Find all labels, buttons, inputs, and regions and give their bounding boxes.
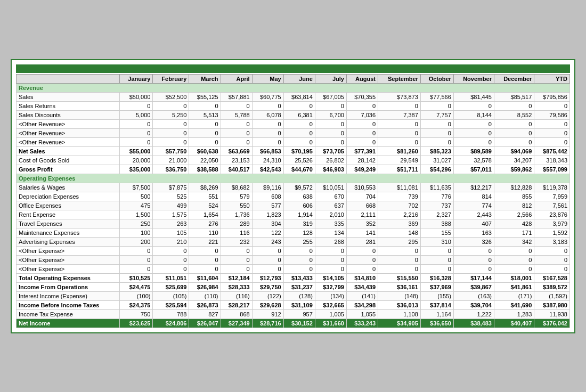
row-value: $63,669 [221,146,252,156]
row-label: Revenue [17,83,570,92]
row-value: 200 [120,237,153,246]
row-value: 788 [153,309,189,318]
row-value: 0 [283,246,315,255]
row-value: $31,237 [283,282,315,291]
row-value: 0 [346,137,378,146]
row-value: 0 [420,128,453,137]
row-value: (163) [453,291,494,300]
row-value: $32,799 [315,282,346,291]
row-value: $11,604 [189,273,221,282]
row-value: 0 [494,101,534,110]
report-container: JanuaryFebruaryMarchAprilMayJuneJulyAugu… [11,59,575,333]
row-value: 0 [315,119,346,128]
row-value: $57,750 [153,146,189,156]
row-value: $25,594 [153,300,189,309]
table-row: Maintenance Expenses10010511011612212813… [17,228,570,237]
row-value: 776 [420,192,453,201]
table-row: Salaries & Wages$7,500$7,875$8,269$8,682… [17,183,570,192]
row-value: (171) [494,291,534,300]
row-value: 7,959 [534,192,570,201]
row-value: 1,500 [120,210,153,219]
table-row: Sales$50,000$52,500$55,125$57,881$60,775… [17,92,570,101]
table-row: Rent Expense1,5001,5751,6541,7361,8231,9… [17,210,570,219]
table-row: Income Before Income Taxes$24,375$25,594… [17,300,570,309]
row-value: $24,806 [153,318,189,328]
row-value: 957 [283,309,315,318]
row-value: $18,001 [494,273,534,282]
row-value: 499 [153,201,189,210]
row-value: 0 [283,255,315,264]
row-value: 0 [534,137,570,146]
row-label: Total Operating Expenses [17,273,120,282]
row-value: 0 [346,101,378,110]
row-label: Sales [17,92,120,101]
row-value: 34,207 [494,156,534,165]
row-value: $27,349 [221,318,252,328]
row-value: 814 [453,192,494,201]
row-value: 20,000 [120,156,153,165]
row-value: 100 [120,228,153,237]
row-value: 0 [420,264,453,273]
table-row: Advertising Expenses20021022123224325526… [17,237,570,246]
row-value: 0 [315,255,346,264]
col-header-march: March [189,74,221,83]
row-value: 0 [252,137,283,146]
row-value: 7,561 [534,201,570,210]
row-value: $54,296 [420,165,453,174]
row-value: (110) [189,291,221,300]
row-value: 326 [453,237,494,246]
row-value: $55,000 [120,146,153,156]
row-value: $66,853 [252,146,283,156]
row-value: 0 [283,101,315,110]
row-value: 0 [315,101,346,110]
row-value: $51,711 [378,165,421,174]
row-value: $28,333 [221,282,252,291]
row-value: 304 [252,219,283,228]
row-label: Rent Expense [17,210,120,219]
col-header-ytd: YTD [534,74,570,83]
row-value: 2,327 [420,210,453,219]
row-value: $389,572 [534,282,570,291]
row-value: $37,814 [420,300,453,309]
row-value: 0 [120,101,153,110]
row-value: 0 [378,246,421,255]
row-value: 0 [221,264,252,273]
row-value: $36,013 [378,300,421,309]
row-label: Net Sales [17,146,120,156]
row-value: $59,862 [494,165,534,174]
row-value: 243 [252,237,283,246]
row-value: 637 [315,201,346,210]
row-value: $8,682 [221,183,252,192]
row-value: 0 [315,246,346,255]
row-value: 221 [189,237,221,246]
table-row: Operating Expenses [17,174,570,183]
row-value: 29,549 [378,156,421,165]
row-value: 141 [346,228,378,237]
row-value: $31,660 [315,318,346,328]
row-value: 2,111 [346,210,378,219]
row-value: (155) [420,291,453,300]
row-value: 79,586 [534,110,570,119]
row-value: $16,328 [420,273,453,282]
row-value: 26,802 [315,156,346,165]
row-value: 369 [378,219,421,228]
col-header-january: January [120,74,153,83]
table-row: Total Operating Expenses$10,525$11,051$1… [17,273,570,282]
row-value: (128) [283,291,315,300]
row-value: 551 [189,192,221,201]
row-value: 0 [534,246,570,255]
row-value: 0 [221,255,252,264]
row-value: $70,355 [346,92,378,101]
row-value: 388 [420,219,453,228]
row-value: 524 [189,201,221,210]
row-value: 263 [153,219,189,228]
row-value: 23,153 [221,156,252,165]
row-value: 638 [283,192,315,201]
row-label: <Other Revenue> [17,137,120,146]
row-value: 0 [221,137,252,146]
row-value: 7,387 [378,110,421,119]
row-value: $50,000 [120,92,153,101]
row-value: $24,375 [120,300,153,309]
row-value: 0 [153,255,189,264]
table-row: Depreciation Expenses5005255515796086386… [17,192,570,201]
